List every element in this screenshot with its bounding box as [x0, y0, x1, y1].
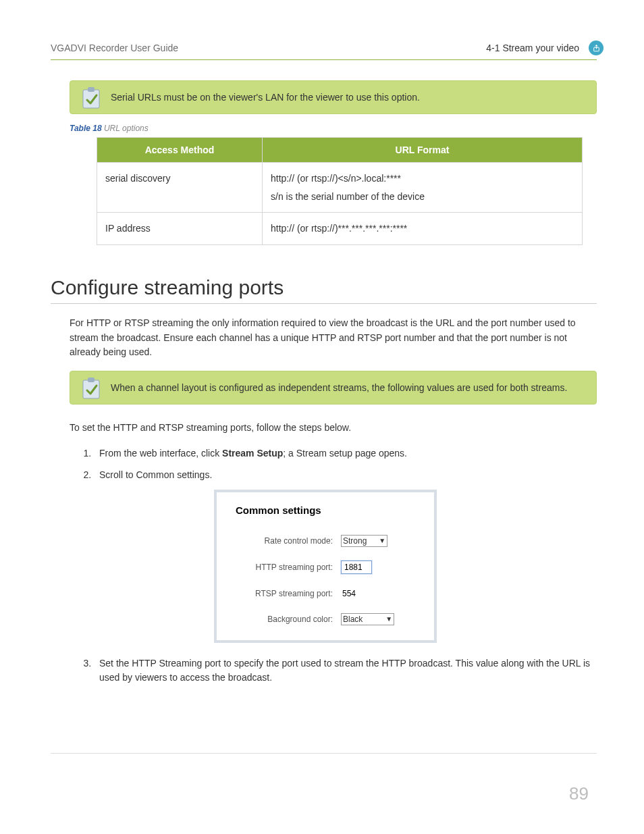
bg-color-select[interactable]: Black▼ [341, 613, 394, 625]
table-row: IP address http:// (or rtsp://)***.***.*… [97, 213, 583, 245]
note-text: When a channel layout is configured as i… [111, 382, 567, 393]
bg-color-label: Background color: [236, 615, 341, 624]
rate-control-select[interactable]: Strong▼ [341, 535, 387, 547]
cell-access-method: IP address [97, 213, 263, 245]
clipboard-check-icon [81, 377, 101, 400]
header-section-title: 4-1 Stream your video [486, 43, 579, 53]
table-number: Table 18 [70, 124, 102, 133]
cell-url-format: http:// (or rtsp://)<s/n>.local:**** s/n… [263, 163, 583, 213]
table-row: serial discovery http:// (or rtsp://)<s/… [97, 163, 583, 213]
note-independent-streams: When a channel layout is configured as i… [70, 371, 597, 405]
steps-list: From the web interface, click Stream Set… [94, 446, 597, 482]
rate-control-label: Rate control mode: [236, 536, 341, 546]
svg-rect-4 [88, 377, 95, 382]
th-access-method: Access Method [97, 138, 263, 163]
svg-rect-2 [88, 87, 95, 92]
table-title: URL options [104, 124, 149, 133]
step-item: Scroll to Common settings. [94, 468, 597, 483]
chevron-down-icon: ▼ [385, 615, 392, 623]
note-serial-urls: Serial URLs must be on the viewer's LAN … [70, 80, 597, 114]
paragraph: For HTTP or RTSP streaming the only info… [70, 316, 597, 360]
section-heading: Configure streaming ports [51, 276, 597, 304]
share-icon [589, 41, 603, 55]
note-text: Serial URLs must be on the viewer's LAN … [111, 92, 420, 103]
url-options-table: Access Method URL Format serial discover… [97, 137, 583, 245]
step-item: Set the HTTP Streaming port to specify t… [94, 656, 597, 685]
panel-title: Common settings [236, 504, 419, 516]
clipboard-check-icon [81, 86, 101, 109]
http-port-input[interactable] [341, 561, 372, 574]
cell-url-format: http:// (or rtsp://)***.***.***.***:**** [263, 213, 583, 245]
http-port-label: HTTP streaming port: [236, 563, 341, 572]
paragraph: To set the HTTP and RTSP streaming ports… [70, 421, 597, 436]
header-guide-title: VGADVI Recorder User Guide [51, 43, 178, 53]
page-header: VGADVI Recorder User Guide 4-1 Stream yo… [51, 41, 597, 60]
rtsp-port-value[interactable]: 554 [341, 588, 357, 600]
svg-rect-3 [83, 380, 99, 398]
steps-list-cont: Set the HTTP Streaming port to specify t… [94, 656, 597, 685]
table-caption: Table 18 URL options [70, 124, 597, 133]
rtsp-port-label: RTSP streaming port: [236, 589, 341, 598]
th-url-format: URL Format [263, 138, 583, 163]
chevron-down-icon: ▼ [379, 537, 385, 544]
page-number: 89 [569, 783, 589, 804]
common-settings-panel: Common settings Rate control mode: Stron… [214, 490, 437, 643]
cell-access-method: serial discovery [97, 163, 263, 213]
step-item: From the web interface, click Stream Set… [94, 446, 597, 461]
svg-rect-1 [83, 90, 99, 108]
footer-rule [51, 753, 597, 754]
